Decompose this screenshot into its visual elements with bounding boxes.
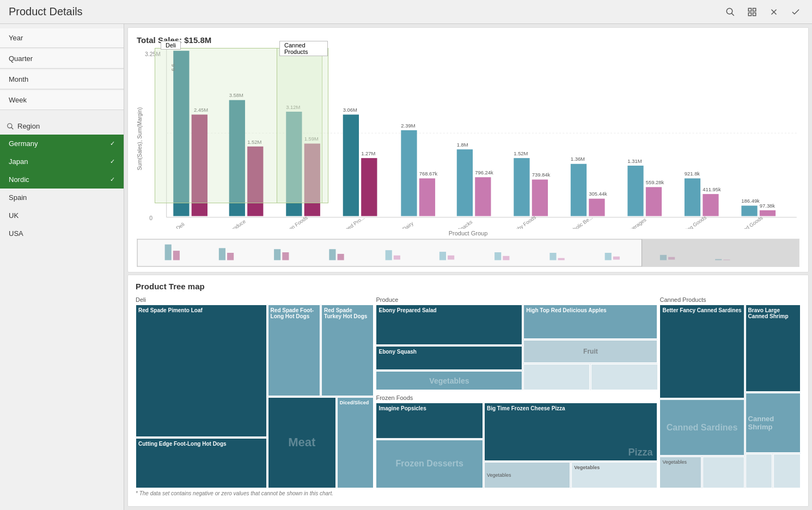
svg-text:739.84k: 739.84k (532, 172, 551, 178)
produce-cell-apples[interactable]: High Top Red Delicious Apples (523, 305, 657, 339)
canned-sardines-better-label: Better Fancy Canned Sardines (662, 307, 741, 313)
produce-small-1[interactable] (523, 364, 590, 390)
svg-text:Deli: Deli (175, 221, 186, 229)
frozen-pizza-watermark: Pizza (628, 447, 652, 458)
produce-cell-squash[interactable]: Ebony Squash (376, 346, 522, 370)
region-usa[interactable]: USA (0, 224, 124, 242)
svg-text:3.06M: 3.06M (343, 107, 357, 113)
svg-text:Beverages: Beverages (624, 216, 648, 229)
canned-small-2[interactable] (773, 454, 801, 488)
nordic-check: ✓ (110, 176, 115, 183)
frozen-cell-desserts[interactable]: Frozen Desserts (376, 440, 483, 488)
close-icon[interactable] (766, 4, 782, 20)
bar-chart-wrapper: Deli Canned Products 3.25M 0 (145, 49, 799, 229)
canned-cell-sardines-wm[interactable]: Canned Sardines (660, 399, 744, 456)
produce-squash-label: Ebony Squash (378, 349, 416, 355)
svg-text:Frozen Foods: Frozen Foods (279, 214, 309, 229)
deli-pimento-label: Red Spade Pimento Loaf (138, 307, 203, 313)
svg-rect-3 (753, 8, 756, 11)
germany-check: ✓ (110, 140, 115, 147)
deli-cell-cutting[interactable]: Cutting Edge Foot-Long Hot Dogs (136, 438, 267, 488)
search-region-icon (7, 123, 14, 130)
treemap-grid: Deli Red Spade Pimento Loaf Cutting Edge… (136, 296, 801, 488)
svg-rect-47 (627, 166, 643, 216)
frozen-veg-1[interactable]: Vegetables (484, 462, 570, 488)
svg-rect-29 (361, 158, 377, 216)
produce-fruit-watermark: Fruit (583, 348, 598, 355)
svg-text:Baking Goods: Baking Goods (677, 214, 707, 229)
produce-cell-vegetables[interactable]: Vegetables (376, 371, 522, 390)
deli-cell-diced[interactable]: Diced/Sliced (337, 397, 374, 489)
deli-footlong-label: Red Spade Foot-Long Hot Dogs (271, 307, 318, 319)
deli-cell-foot-long[interactable]: Red Spade Foot-Long Hot Dogs (268, 305, 320, 396)
deli-cell-turkey[interactable]: Red Spade Turkey Hot Dogs (321, 305, 374, 396)
settings-icon[interactable] (744, 4, 760, 20)
deli-cell-pimento[interactable]: Red Spade Pimento Loaf (136, 305, 267, 437)
filter-year[interactable]: Year (0, 28, 124, 48)
svg-text:1.36M: 1.36M (571, 156, 585, 162)
produce-vegetables-watermark: Vegetables (429, 377, 469, 385)
canned-veg-1[interactable]: Vegetables (660, 457, 701, 488)
frozen-pizza-label: Big Time Frozen Cheese Pizza (487, 405, 565, 411)
navigator-svg (137, 239, 799, 266)
confirm-icon[interactable] (788, 4, 803, 20)
region-uk[interactable]: UK (0, 207, 124, 224)
canned-products-label-box: Canned Products (279, 41, 328, 56)
japan-check: ✓ (110, 158, 115, 165)
canned-veg-2[interactable] (703, 457, 744, 488)
deli-diced-label: Diced/Sliced (340, 400, 369, 405)
canned-veg1-label: Vegetables (662, 459, 687, 465)
svg-rect-35 (457, 149, 473, 216)
frozen-cell-pizza[interactable]: Big Time Frozen Cheese Pizza Pizza (484, 403, 658, 461)
chart-navigator[interactable] (137, 239, 799, 267)
svg-rect-49 (646, 187, 662, 216)
svg-rect-5 (753, 13, 756, 15)
canned-small-1[interactable] (746, 454, 773, 488)
treemap-deli-label: Deli (136, 296, 374, 303)
svg-text:186.49k: 186.49k (741, 198, 760, 204)
canned-cell-sardines-better[interactable]: Better Fancy Canned Sardines (660, 305, 744, 398)
treemap-produce-label: Produce (376, 296, 657, 303)
app-header: Product Details (0, 0, 812, 24)
svg-rect-33 (419, 178, 435, 216)
deli-turkey-label: Red Spade Turkey Hot Dogs (324, 307, 371, 319)
canned-cell-shrimp-wm[interactable]: Canned Shrimp (746, 393, 801, 453)
canned-cell-shrimp-bravo[interactable]: Bravo Large Canned Shrimp (746, 305, 801, 392)
svg-line-1 (731, 13, 734, 16)
svg-text:Baked Goods: Baked Goods (735, 215, 764, 229)
svg-rect-39 (514, 158, 529, 216)
deli-cell-meat[interactable]: Meat (268, 397, 336, 489)
y-axis-label: Sum(Sales), Sum(Margin) (137, 107, 143, 171)
produce-cell-fruit[interactable]: Fruit (523, 340, 657, 363)
treemap-canned-inner: Better Fancy Canned Sardines Canned Sard… (660, 305, 801, 488)
treemap-deli-section: Deli Red Spade Pimento Loaf Cutting Edge… (136, 296, 374, 488)
region-germany[interactable]: Germany ✓ (0, 135, 124, 153)
filter-section: Year Quarter Month Week (0, 24, 124, 116)
filter-month[interactable]: Month (0, 70, 124, 89)
svg-rect-43 (571, 164, 587, 216)
svg-rect-37 (475, 177, 491, 216)
region-spain[interactable]: Spain (0, 189, 124, 207)
filter-week[interactable]: Week (0, 90, 124, 110)
produce-cell-salad[interactable]: Ebony Prepared Salad (376, 305, 522, 345)
svg-text:796.24k: 796.24k (475, 169, 493, 175)
treemap-frozen-label: Frozen Foods (376, 394, 657, 401)
deli-cutting-label: Cutting Edge Foot-Long Hot Dogs (138, 441, 227, 447)
produce-small-2[interactable] (591, 364, 657, 390)
filter-quarter[interactable]: Quarter (0, 49, 124, 69)
frozen-cell-popsicles[interactable]: Imagine Popsicles (376, 403, 483, 439)
svg-text:Produce: Produce (228, 218, 247, 229)
region-header: Region (0, 118, 124, 135)
svg-text:Canned Pro...: Canned Pro... (337, 214, 366, 229)
search-icon[interactable] (723, 4, 738, 20)
region-japan[interactable]: Japan ✓ (0, 153, 124, 171)
region-nordic[interactable]: Nordic ✓ (0, 171, 124, 189)
x-axis-label: Product Group (137, 230, 799, 236)
frozen-veg-2[interactable]: Vegetables (571, 462, 657, 488)
frozen-desserts-watermark: Frozen Desserts (395, 459, 463, 469)
chart-title: Total Sales: $15.8M (137, 35, 799, 45)
svg-point-0 (726, 8, 732, 14)
svg-rect-41 (532, 180, 548, 216)
svg-text:768.67k: 768.67k (419, 171, 438, 177)
header-actions (723, 4, 803, 20)
